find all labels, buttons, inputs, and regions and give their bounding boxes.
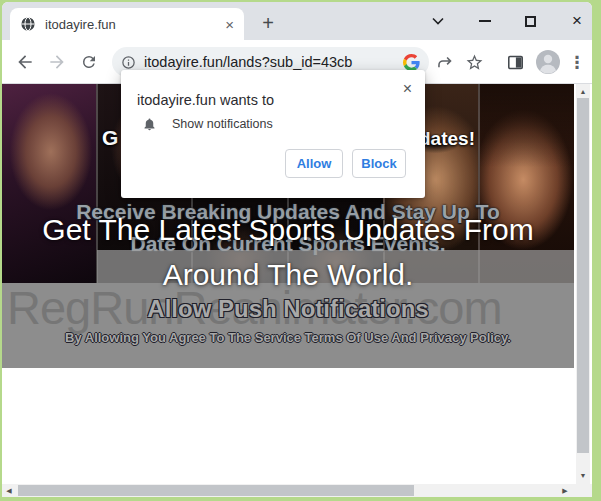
background-text-fragment: dates! bbox=[419, 128, 475, 150]
back-button[interactable] bbox=[10, 47, 40, 77]
globe-favicon-icon bbox=[20, 16, 36, 32]
scroll-right-arrow-icon[interactable]: ▶ bbox=[558, 484, 572, 497]
url-text[interactable]: itodayire.fun/lands?sub_id=43cb bbox=[144, 54, 403, 70]
reload-button[interactable] bbox=[74, 47, 104, 77]
tab-title: itodayire.fun bbox=[45, 17, 225, 32]
dialog-close-icon[interactable]: × bbox=[403, 81, 412, 97]
page-headline: Get The Latest Sports Updates From Aroun… bbox=[2, 207, 574, 297]
headline-line1: Get The Latest Sports Updates From bbox=[2, 207, 574, 252]
dialog-buttons: Allow Block bbox=[285, 149, 406, 178]
bell-icon bbox=[142, 116, 157, 132]
page-info-icon[interactable] bbox=[121, 55, 136, 70]
background-text-fragment: G bbox=[102, 126, 118, 150]
permission-label: Show notifications bbox=[172, 117, 273, 131]
profile-avatar[interactable] bbox=[535, 49, 561, 75]
permission-row: Show notifications bbox=[142, 116, 273, 132]
menu-dots-icon[interactable]: ⋮ bbox=[564, 47, 590, 77]
headline-line2: Around The World. bbox=[2, 252, 574, 297]
forward-button[interactable] bbox=[42, 47, 72, 77]
push-title: Allow Push Notifications bbox=[2, 295, 574, 323]
vertical-scrollbar[interactable]: ▲ ▼ bbox=[576, 84, 590, 484]
block-button[interactable]: Block bbox=[352, 149, 406, 178]
new-tab-button[interactable]: + bbox=[254, 9, 282, 37]
tab-strip: itodayire.fun × + × bbox=[2, 2, 592, 40]
horizontal-scrollbar-thumb[interactable] bbox=[18, 485, 414, 496]
share-icon[interactable] bbox=[429, 47, 459, 77]
google-g-icon[interactable] bbox=[403, 54, 420, 71]
tab-itodayire[interactable]: itodayire.fun × bbox=[10, 8, 244, 40]
notification-permission-dialog: × itodayire.fun wants to Show notificati… bbox=[121, 70, 425, 198]
scrollbar-corner bbox=[576, 484, 592, 497]
scroll-up-arrow-icon[interactable]: ▲ bbox=[576, 84, 590, 98]
bookmark-star-icon[interactable] bbox=[459, 47, 489, 77]
window-close-button[interactable]: × bbox=[559, 2, 592, 40]
tab-close-icon[interactable]: × bbox=[225, 17, 234, 32]
dialog-origin-text: itodayire.fun wants to bbox=[137, 92, 274, 108]
scroll-left-arrow-icon[interactable]: ◀ bbox=[2, 484, 16, 497]
scroll-down-arrow-icon[interactable]: ▼ bbox=[576, 468, 590, 482]
allow-button[interactable]: Allow bbox=[285, 149, 343, 178]
push-terms: By Allowing You Agree To The Service Ter… bbox=[2, 330, 574, 345]
screenshot-frame: itodayire.fun × + × bbox=[0, 0, 601, 501]
horizontal-scrollbar[interactable]: ◀ ▶ bbox=[2, 484, 576, 497]
window-maximize-button[interactable] bbox=[512, 2, 548, 40]
window-minimize-button[interactable] bbox=[467, 2, 503, 40]
side-panel-icon[interactable] bbox=[500, 47, 530, 77]
vertical-scrollbar-thumb[interactable] bbox=[577, 98, 589, 453]
window-chevron-down-icon[interactable] bbox=[420, 2, 456, 40]
browser-window: itodayire.fun × + × bbox=[2, 2, 592, 497]
